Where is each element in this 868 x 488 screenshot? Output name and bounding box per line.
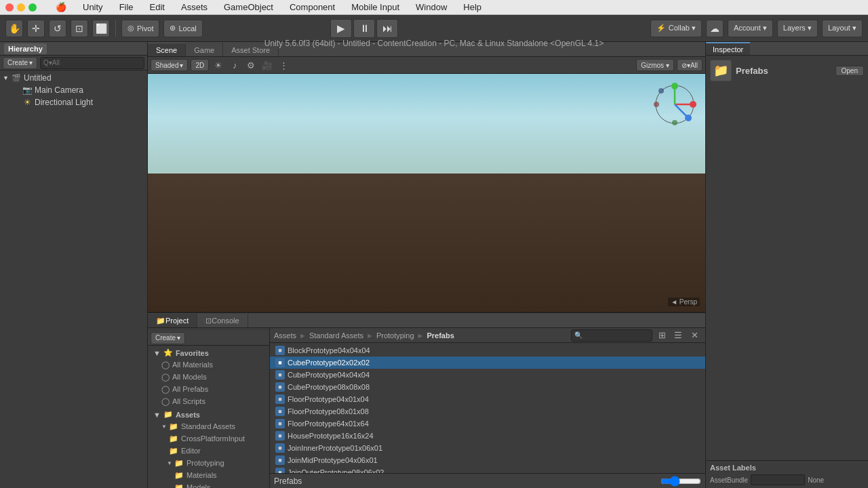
breadcrumb-prototyping[interactable]: Prototyping (376, 331, 414, 340)
minimize-button[interactable] (17, 3, 25, 12)
crossplatform-item[interactable]: 📁 CrossPlatformInput (148, 432, 269, 445)
layout-button[interactable]: Layout ▾ (822, 20, 863, 37)
assets-section[interactable]: ▼ 📁 Assets (148, 407, 269, 420)
left-column: Hierarchy Create ▾ ▼ 🎬 Untitled 📷 (0, 42, 148, 488)
pivot-button[interactable]: ◎ Pivot (121, 20, 159, 37)
persp-label: ◄ Persp (668, 298, 700, 306)
models-folder-item[interactable]: 📁 Models (148, 481, 269, 488)
maximize-button[interactable] (28, 3, 37, 12)
breadcrumb-assets[interactable]: Assets (274, 331, 296, 340)
menu-file[interactable]: File (117, 2, 136, 12)
hierarchy-create-button[interactable]: Create ▾ (3, 57, 37, 69)
rect-tool-button[interactable]: ⬜ (92, 20, 110, 37)
main-camera-item[interactable]: 📷 Main Camera (0, 84, 147, 96)
list-item[interactable]: ■ CubePrototype02x02x02 (270, 357, 705, 369)
rotate-tool-button[interactable]: ↺ (49, 20, 66, 37)
asset-name: CubePrototype02x02x02 (288, 359, 370, 367)
all-materials-label: All Materials (172, 361, 213, 369)
inspector-tab[interactable]: Inspector (706, 42, 750, 55)
open-button[interactable]: Open (835, 66, 864, 76)
scene-view[interactable]: ◄ Persp (148, 74, 705, 312)
list-item[interactable]: ■ JoinInnerPrototype01x06x01 (270, 442, 705, 454)
lighting-button[interactable]: ☀ (212, 59, 225, 71)
close-button[interactable] (5, 3, 14, 12)
account-button[interactable]: Account ▾ (728, 20, 773, 37)
asset-icon: ■ (275, 407, 285, 416)
materials-folder-item[interactable]: 📁 Materials (148, 469, 269, 481)
scene-gizmo[interactable] (651, 81, 698, 128)
gizmos-button[interactable]: Gizmos ▾ (636, 59, 674, 71)
pause-button[interactable]: ⏸ (353, 19, 375, 38)
menu-apple[interactable]: 🍎 (53, 2, 69, 12)
all-models-item[interactable]: ◯ All Models (148, 371, 269, 383)
window-controls[interactable] (5, 3, 37, 12)
step-button[interactable]: ⏭ (376, 19, 398, 38)
size-slider[interactable] (660, 477, 701, 485)
assets-action-1[interactable]: ⊞ (655, 329, 669, 342)
camera-scene-button[interactable]: 🎥 (260, 59, 274, 71)
scale-tool-button[interactable]: ⊡ (71, 20, 88, 37)
menu-gameobject[interactable]: GameObject (221, 2, 276, 12)
hand-tool-button[interactable]: ✋ (5, 20, 23, 37)
play-button[interactable]: ▶ (330, 19, 352, 38)
game-tab[interactable]: Game (186, 43, 223, 56)
project-tab[interactable]: 📁 Project (148, 314, 197, 327)
all-layers-button[interactable]: ⊘▾All (677, 59, 703, 71)
assets-search[interactable] (571, 329, 652, 342)
directional-light-item[interactable]: ☀ Directional Light (0, 96, 147, 108)
list-item[interactable]: ■ FloorPrototype64x01x64 (270, 418, 705, 430)
list-item[interactable]: ■ CubePrototype08x08x08 (270, 381, 705, 393)
menu-component[interactable]: Component (287, 2, 338, 12)
menu-help[interactable]: Help (460, 2, 484, 12)
menu-edit[interactable]: Edit (147, 2, 167, 12)
list-item[interactable]: ■ FloorPrototype08x01x08 (270, 405, 705, 418)
list-item[interactable]: ■ JoinMidPrototype04x06x01 (270, 454, 705, 466)
local-button[interactable]: ⊛ Local (163, 20, 202, 37)
assets-action-2[interactable]: ☰ (671, 329, 685, 342)
local-label: Local (178, 24, 196, 33)
all-prefabs-item[interactable]: ◯ All Prefabs (148, 383, 269, 395)
console-tab[interactable]: ⊡ Console (197, 314, 248, 327)
menu-assets[interactable]: Assets (178, 2, 210, 12)
cloud-button[interactable]: ☁ (706, 20, 724, 37)
fx-button[interactable]: ⚙ (244, 59, 258, 71)
layers-button[interactable]: Layers ▾ (777, 20, 818, 37)
list-item[interactable]: ■ BlockPrototype04x04x04 (270, 344, 705, 357)
menu-unity[interactable]: Unity (80, 2, 106, 12)
svg-point-6 (685, 115, 692, 121)
menu-window[interactable]: Window (413, 2, 450, 12)
list-item[interactable]: ■ CubePrototype04x04x04 (270, 369, 705, 381)
asset-bundle-field[interactable] (751, 474, 805, 485)
menu-mobileinput[interactable]: Mobile Input (349, 2, 402, 12)
prototyping-folder-icon: 📁 (174, 459, 184, 468)
assets-create-button[interactable]: Create ▾ (151, 332, 185, 344)
scene-toolbar: Shaded ▾ 2D ☀ ♪ ⚙ 🎥 ⋮ Gizmos ▾ ⊘▾All (148, 57, 705, 74)
collab-button[interactable]: ⚡ Collab ▾ (650, 20, 702, 37)
scene-root-item[interactable]: ▼ 🎬 Untitled (0, 72, 147, 84)
asset-store-tab[interactable]: Asset Store (223, 43, 279, 56)
list-item[interactable]: ■ JoinOuterPrototype08x06x02 (270, 466, 705, 473)
list-item[interactable]: ■ FloorPrototype04x01x04 (270, 393, 705, 405)
all-scripts-item[interactable]: ◯ All Scripts (148, 395, 269, 407)
prototyping-item[interactable]: ▼ 📁 Prototyping (148, 457, 269, 469)
breadcrumb-prefabs[interactable]: Prefabs (427, 331, 454, 340)
scene-extra-button[interactable]: ⋮ (277, 59, 290, 71)
move-tool-button[interactable]: ✛ (27, 20, 45, 37)
center-panel: Scene Game Asset Store Shaded ▾ 2D ☀ ♪ ⚙… (148, 42, 705, 488)
list-item[interactable]: ■ HousePrototype16x16x24 (270, 430, 705, 442)
hierarchy-tab[interactable]: Hierarchy (4, 43, 47, 54)
editor-item[interactable]: 📁 Editor (148, 445, 269, 457)
assets-close-search[interactable]: ✕ (688, 329, 701, 342)
2d-button[interactable]: 2D (191, 59, 209, 71)
scene-tab[interactable]: Scene (148, 43, 186, 56)
hierarchy-search[interactable] (40, 57, 144, 69)
breadcrumb-standard[interactable]: Standard Assets (309, 331, 363, 340)
prefabs-title: Prefabs (736, 66, 768, 76)
audio-button[interactable]: ♪ (228, 59, 241, 71)
collab-icon: ⚡ (656, 24, 666, 33)
favorites-section[interactable]: ▼ ⭐ Favorites (148, 346, 269, 359)
all-models-label: All Models (172, 373, 207, 381)
standard-assets-item[interactable]: ▼ 📁 Standard Assets (148, 420, 269, 432)
all-materials-item[interactable]: ◯ All Materials (148, 359, 269, 371)
shade-dropdown[interactable]: Shaded ▾ (151, 59, 188, 71)
